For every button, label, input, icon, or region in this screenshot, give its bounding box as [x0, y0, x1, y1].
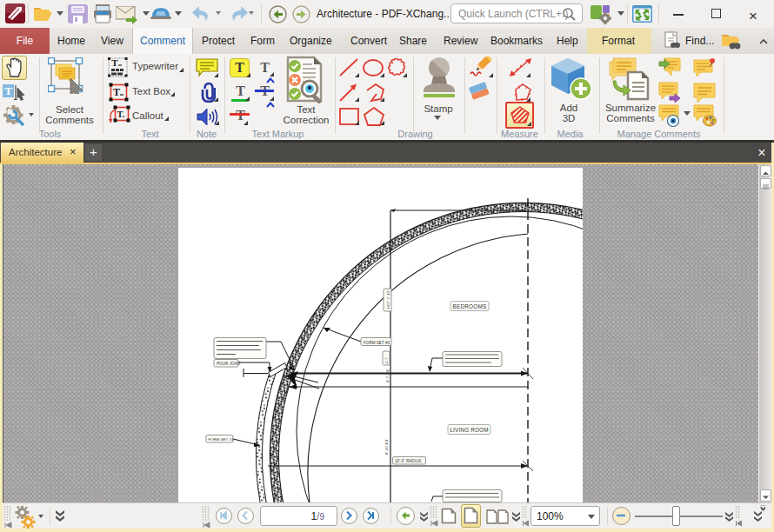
svg-text:LIVING ROOM: LIVING ROOM	[450, 427, 488, 433]
svg-text:FORM SET #3: FORM SET #3	[209, 437, 234, 442]
svg-text:T: T	[113, 86, 120, 98]
svg-text:POUR JOINT: POUR JOINT	[217, 362, 241, 366]
svg-text:4'-7 3/4": 4'-7 3/4"	[385, 368, 390, 382]
svg-text:10'-0" RADIUS: 10'-0" RADIUS	[395, 459, 421, 463]
svg-text:BEDROOMS: BEDROOMS	[452, 303, 486, 309]
svg-text:T: T	[111, 57, 118, 68]
svg-text:4'-7": 4'-7"	[384, 356, 389, 364]
svg-text:T.: T.	[117, 110, 125, 119]
svg-text:8'-10 3/4": 8'-10 3/4"	[384, 438, 389, 455]
svg-text:T: T	[4, 84, 12, 97]
svg-text:FORM SET #3: FORM SET #3	[364, 341, 390, 345]
svg-text:HGT 7'-10": HGT 7'-10"	[386, 289, 390, 309]
